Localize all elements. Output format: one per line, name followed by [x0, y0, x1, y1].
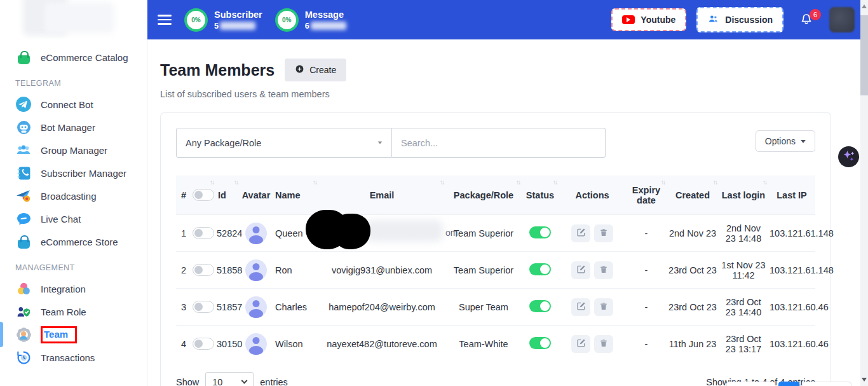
page-title: Team Members: [160, 61, 275, 79]
member-email: vovigig931@unbiex.com: [318, 252, 445, 289]
column-header-created[interactable]: Created↑↓: [667, 176, 719, 215]
last-ip: 103.121.61.148: [768, 215, 815, 252]
user-avatar[interactable]: [829, 7, 855, 32]
column-header-label: Expiry date: [632, 185, 660, 205]
sort-icon: ↑↓: [553, 179, 557, 186]
notification-count-badge: 6: [810, 9, 821, 20]
scrollbar-thumb[interactable]: [860, 15, 868, 95]
sidebar-section-title: MANAGEMENT: [0, 253, 147, 277]
hamburger-menu-icon[interactable]: [158, 12, 172, 27]
sidebar-item-connect-bot[interactable]: Connect Bot: [0, 93, 147, 116]
app-logo-blurred: [0, 0, 147, 39]
sort-icon: ↑↓: [713, 179, 717, 186]
sidebar-item-transactions[interactable]: Transactions: [0, 346, 147, 369]
members-card: Any Package/Role Options: [160, 112, 831, 386]
edit-button[interactable]: [571, 261, 590, 279]
sidebar-item-label: eCommerce Catalog: [41, 52, 128, 63]
entries-per-page-select[interactable]: 10: [205, 372, 254, 386]
notifications-bell-icon[interactable]: 6: [799, 10, 814, 29]
edit-button[interactable]: [571, 298, 590, 316]
created-date: 23rd Oct 23: [667, 252, 719, 289]
column-header--[interactable]: #↑↓: [176, 176, 215, 215]
broadcast-icon: [15, 188, 32, 204]
edit-button[interactable]: [571, 335, 590, 353]
column-header-package-role[interactable]: Package/Role↑↓: [445, 176, 522, 215]
discussion-button[interactable]: Discussion: [696, 7, 783, 32]
sidebar-item-label: Transactions: [41, 352, 95, 363]
sidebar-item-broadcasting[interactable]: Broadcasting: [0, 184, 147, 207]
status-toggle[interactable]: [529, 226, 551, 238]
robot-icon: [15, 119, 32, 135]
package-role-select[interactable]: Any Package/Role: [176, 128, 392, 158]
delete-button[interactable]: [594, 261, 613, 279]
column-header-name[interactable]: Name↑↓: [273, 176, 318, 215]
ai-assistant-button[interactable]: [838, 146, 859, 167]
edit-icon: [576, 301, 586, 313]
options-button[interactable]: Options: [756, 130, 815, 152]
sidebar-item-bot-manager[interactable]: Bot Manager: [0, 116, 147, 139]
message-stat-label: Message: [305, 10, 346, 20]
sort-icon: ↑↓: [313, 179, 316, 186]
chevron-down-icon: [378, 142, 382, 144]
entries-label: entries: [260, 377, 288, 386]
sidebar-item-team-role[interactable]: Team Role: [0, 300, 147, 323]
row-number: 2: [181, 265, 186, 275]
member-package-role: Team-White: [445, 326, 522, 362]
sort-icon: ↑↓: [210, 179, 214, 186]
select-all-toggle[interactable]: [193, 189, 214, 201]
column-header-label: Email: [370, 190, 395, 200]
row-select-toggle[interactable]: [193, 338, 214, 350]
expiry-date: -: [626, 215, 667, 252]
column-header-label: Last IP: [776, 190, 807, 200]
scroll-up-arrow[interactable]: [862, 4, 867, 8]
column-header-label: #: [181, 190, 186, 200]
sidebar-item-team[interactable]: Team: [0, 323, 147, 346]
sidebar-item-integration[interactable]: Integration: [0, 277, 147, 300]
column-header-status[interactable]: Status↑↓: [522, 176, 559, 215]
pagination-page-1-button[interactable]: [778, 382, 799, 386]
edit-icon: [576, 265, 586, 276]
sidebar-item-subscriber-manager[interactable]: Subscriber Manager: [0, 162, 147, 184]
last-login: 23rd Oct 23 14:40: [719, 289, 768, 326]
scroll-down-arrow[interactable]: [862, 378, 867, 382]
column-header-expiry-date[interactable]: Expiry date↑↓: [626, 176, 667, 215]
trash-icon: [599, 301, 608, 313]
sidebar-item-group-manager[interactable]: Group Manager: [0, 139, 147, 162]
sidebar-item-ecommerce-catalog[interactable]: eCommerce Catalog: [0, 46, 147, 69]
avatar: [245, 223, 267, 244]
column-header-email[interactable]: Email↑↓: [318, 176, 445, 215]
sidebar-item-label: Broadcasting: [41, 191, 97, 202]
avatar: [245, 296, 267, 318]
delete-button[interactable]: [594, 298, 613, 316]
edit-button[interactable]: [571, 224, 590, 242]
telegram-icon: [15, 96, 32, 113]
delete-button[interactable]: [594, 224, 613, 242]
row-select-toggle[interactable]: [193, 227, 214, 239]
sort-icon: ↑↓: [763, 179, 766, 186]
row-select-toggle[interactable]: [193, 264, 214, 276]
sparkles-icon: [841, 148, 857, 166]
member-id: 51857: [215, 289, 240, 326]
column-header-last-login[interactable]: Last login↑↓: [719, 176, 768, 215]
status-toggle[interactable]: [529, 263, 551, 275]
sidebar: eCommerce Catalog TELEGRAMConnect BotBot…: [0, 0, 147, 386]
message-stat: 0% Message 6: [275, 8, 346, 32]
pagination-previous-button[interactable]: [726, 382, 775, 386]
column-header-id[interactable]: Id↑↓: [215, 176, 240, 215]
row-select-toggle[interactable]: [193, 301, 214, 313]
sidebar-item-live-chat[interactable]: Live Chat: [0, 207, 147, 230]
youtube-button[interactable]: Youtube: [611, 8, 686, 31]
pagination-next-button[interactable]: [803, 382, 851, 386]
column-header-label: Package/Role: [454, 190, 513, 200]
status-toggle[interactable]: [529, 300, 551, 312]
search-input[interactable]: [401, 138, 596, 148]
chevron-down-icon: [801, 140, 806, 143]
member-id: 52824: [215, 215, 240, 252]
status-toggle[interactable]: [529, 337, 551, 349]
avatar: [245, 259, 267, 281]
page-scrollbar[interactable]: [860, 0, 868, 386]
create-button[interactable]: Create: [285, 59, 346, 81]
sidebar-item-ecommerce-store[interactable]: eCommerce Store: [0, 230, 147, 253]
integration-icon: [15, 280, 32, 297]
delete-button[interactable]: [594, 335, 613, 353]
